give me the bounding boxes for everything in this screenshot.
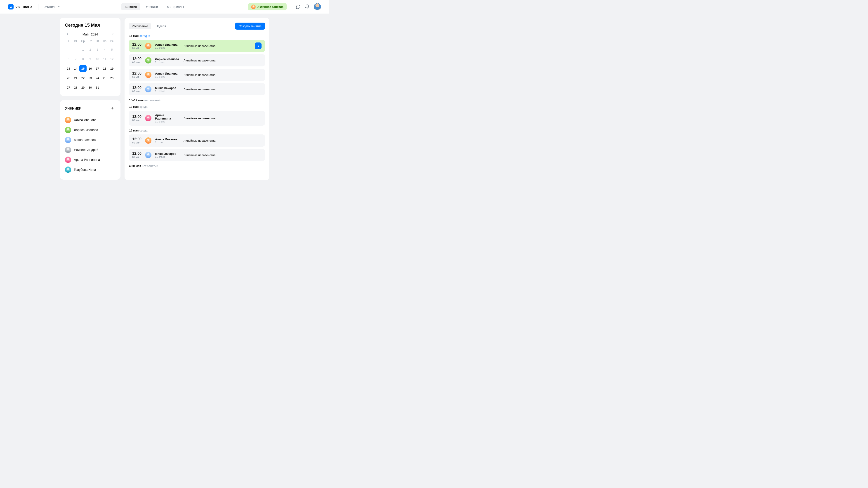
calendar-day[interactable]: 10 [94, 55, 101, 63]
lesson-card[interactable]: 12:0060 мин Алиса Иванова11 класс Линейн… [129, 69, 265, 81]
calendar-day[interactable]: 5 [108, 46, 116, 53]
calendar-day[interactable]: 8 [79, 55, 87, 63]
lesson-avatar [145, 43, 151, 49]
schedule-body: 15 мая сегодня 12:0060 мин Алиса Иванова… [129, 34, 265, 168]
calendar-day[interactable]: 12 [108, 55, 116, 63]
student-name: Голубева Нина [74, 168, 96, 171]
schedule-header: РасписаниеНеделя Создать занятие [129, 23, 265, 30]
calendar-day[interactable]: 1 [79, 46, 87, 53]
schedule-tab[interactable]: Расписание [129, 23, 151, 29]
lesson-card[interactable]: 12:0060 мин Лариса Иванова11 класс Линей… [129, 54, 265, 66]
student-row[interactable]: Арина Равнинина [65, 155, 116, 165]
student-row[interactable]: Миша Захаров [65, 135, 116, 145]
calendar-day[interactable]: 23 [87, 74, 94, 82]
calendar-day[interactable]: 31 [94, 84, 101, 91]
calendar-day[interactable]: 13 [65, 65, 72, 72]
calendar-day[interactable]: 2 [87, 46, 94, 53]
lesson-card[interactable]: 12:0060 мин Миша Захаров11 класс Линейны… [129, 83, 265, 95]
lesson-avatar [145, 72, 151, 78]
brand-logo[interactable]: VK Tutoria [8, 4, 32, 9]
calendar-day[interactable]: 25 [101, 74, 108, 82]
role-label: Учитель [44, 5, 56, 8]
lesson-avatar [145, 137, 151, 144]
lesson-card[interactable]: 12:0060 мин Миша Захаров11 класс Линейны… [129, 149, 265, 161]
lesson-topic: Линейные неравенства [184, 59, 215, 62]
lesson-person: Алиса Иванова11 класс [155, 138, 180, 144]
calendar-prev[interactable] [65, 31, 70, 37]
calendar-day[interactable]: 3 [94, 46, 101, 53]
lesson-time: 12:0060 мин [132, 115, 142, 122]
lesson-time: 12:0060 мин [132, 137, 142, 144]
schedule-tabs: РасписаниеНеделя [129, 23, 169, 29]
chat-icon[interactable] [296, 4, 301, 9]
student-row[interactable]: Лариса Иванова [65, 125, 116, 135]
calendar-day[interactable]: 9 [87, 55, 94, 63]
lesson-card[interactable]: 12:0060 мин Алиса Иванова11 класс Линейн… [129, 134, 265, 147]
lesson-time: 12:0060 мин [132, 152, 142, 158]
user-avatar[interactable] [314, 3, 321, 10]
nav-tab[interactable]: Ученики [142, 3, 161, 10]
lesson-time: 12:0060 мин [132, 86, 142, 93]
nav-tab[interactable]: Материалы [163, 3, 188, 10]
calendar-day[interactable]: 29 [79, 84, 87, 91]
calendar-day[interactable]: 28 [72, 84, 79, 91]
calendar-day[interactable]: 22 [79, 74, 87, 82]
header-actions [296, 3, 321, 10]
lesson-topic: Линейные неравенства [184, 139, 215, 142]
students-card: Ученики Алиса Иванова Лариса Иванова Миш… [60, 100, 121, 180]
students-list: Алиса Иванова Лариса Иванова Миша Захаро… [65, 115, 116, 175]
calendar-dow: Вт [72, 39, 79, 43]
calendar-day[interactable]: 11 [101, 55, 108, 63]
calendar-day[interactable]: 17 [94, 65, 101, 72]
calendar-day-empty [65, 46, 72, 53]
schedule-tab[interactable]: Неделя [153, 23, 169, 29]
today-title: Сегодня 15 Мая [65, 23, 116, 28]
student-avatar [65, 157, 71, 163]
student-name: Алиса Иванова [74, 118, 96, 122]
nav-tab[interactable]: Занятия [121, 3, 141, 10]
lesson-open-button[interactable] [255, 42, 261, 49]
student-name: Арина Равнинина [74, 158, 100, 162]
calendar-day[interactable]: 27 [65, 84, 72, 91]
calendar-day[interactable]: 4 [101, 46, 108, 53]
chevron-right-icon [112, 32, 115, 35]
lesson-card[interactable]: 12:0060 мин Арина Равнинина11 класс Лине… [129, 111, 265, 126]
role-switcher[interactable]: Учитель [44, 5, 61, 8]
schedule-group-label: 18 мая среда [129, 105, 265, 108]
calendar-day[interactable]: 30 [87, 84, 94, 91]
calendar-day[interactable]: 14 [72, 65, 79, 72]
calendar-day[interactable]: 24 [94, 74, 101, 82]
calendar-day[interactable]: 7 [72, 55, 79, 63]
calendar-day[interactable]: 19 [108, 65, 116, 72]
student-row[interactable]: Голубева Нина [65, 165, 116, 175]
calendar-day[interactable]: 21 [72, 74, 79, 82]
chevron-down-icon [58, 5, 61, 8]
lesson-person: Миша Захаров11 класс [155, 86, 180, 92]
calendar-card: Сегодня 15 Мая Май 2024 ПнВтСрЧтПтСбВс12… [60, 18, 121, 96]
calendar-day[interactable]: 16 [87, 65, 94, 72]
active-lesson-badge[interactable]: Активное занятие [248, 3, 287, 10]
calendar-day[interactable]: 15 [79, 65, 87, 72]
calendar-day[interactable]: 26 [108, 74, 116, 82]
calendar-next[interactable] [111, 31, 116, 37]
create-lesson-button[interactable]: Создать занятие [235, 23, 265, 30]
lesson-avatar [145, 86, 151, 92]
lesson-person: Миша Захаров11 класс [155, 152, 180, 158]
calendar-year: 2024 [91, 33, 98, 36]
calendar-day[interactable]: 18 [101, 65, 108, 72]
calendar-day[interactable]: 6 [65, 55, 72, 63]
lesson-topic: Линейные неравенства [184, 117, 215, 120]
lesson-card[interactable]: 12:0060 мин Алиса Иванова11 класс Линейн… [129, 40, 265, 52]
lesson-time: 12:0060 мин [132, 42, 142, 49]
calendar-dow: Пн [65, 39, 72, 43]
lesson-avatar [145, 57, 151, 64]
student-row[interactable]: Елисеев Андрей [65, 145, 116, 155]
calendar-day[interactable]: 20 [65, 74, 72, 82]
calendar-dow: Ср [79, 39, 87, 43]
student-row[interactable]: Алиса Иванова [65, 115, 116, 125]
bell-icon[interactable] [305, 4, 310, 9]
header-nav: ЗанятияУченикиМатериалы [65, 3, 243, 10]
add-student-button[interactable] [109, 105, 116, 111]
lesson-topic: Линейные неравенства [184, 73, 215, 76]
calendar-dow: Сб [101, 39, 108, 43]
